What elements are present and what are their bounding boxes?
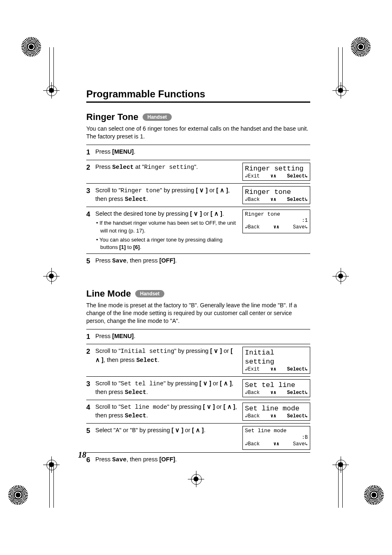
registration-mark-icon bbox=[351, 37, 384, 70]
lcd-softkey-left: ↲Back bbox=[245, 441, 260, 447]
lcd-softkey-left: ↲Exit bbox=[245, 366, 260, 373]
lcd-softkey-left: ↲Back bbox=[245, 197, 260, 203]
lcd-softkey-right: Select↳ bbox=[287, 366, 308, 373]
lcd-softkey-left: ↲Back bbox=[245, 413, 260, 419]
target-icon bbox=[188, 471, 204, 487]
lcd-softkey-right: Select↳ bbox=[287, 390, 308, 396]
lcd-line: Ringer tone bbox=[245, 211, 308, 218]
lcd-arrows-icon: ∨∧ bbox=[270, 366, 276, 373]
lcd-softkey-right: Save↳ bbox=[293, 441, 308, 447]
step-number: 5 bbox=[86, 426, 95, 436]
step-number: 2 bbox=[86, 163, 95, 173]
ringer-intro: You can select one of 6 ringer tones for… bbox=[86, 125, 310, 140]
lcd-softkey-left: ↲Back bbox=[245, 390, 260, 396]
target-icon bbox=[43, 456, 60, 473]
step-note: • If the handset ringer volume has been … bbox=[100, 219, 238, 234]
lcd-arrows-icon: ∨∧ bbox=[270, 413, 276, 419]
line-mode-title: Line Mode bbox=[86, 288, 131, 299]
step-number: 1 bbox=[86, 147, 95, 157]
lcd-line: Set line mode bbox=[245, 404, 308, 413]
step-text: Press [MENU]. bbox=[95, 147, 310, 156]
step-number: 2 bbox=[86, 347, 95, 357]
step-text: Press Save, then press [OFF]. bbox=[95, 455, 310, 464]
step-row: 2 Press Select at "Ringer setting". Ring… bbox=[86, 160, 310, 183]
step-row: 4 Scroll to "Set line mode" by pressing … bbox=[86, 400, 310, 423]
step-number: 3 bbox=[86, 379, 95, 389]
step-row: 2 Scroll to "Initial setting" by pressin… bbox=[86, 344, 310, 376]
lcd-arrows-icon: ∨∧ bbox=[273, 224, 279, 230]
registration-mark-icon bbox=[8, 485, 41, 518]
lcd-screen: Set line mode ↲Back∨∧Select↳ bbox=[242, 403, 310, 421]
lcd-softkey-right: Save↳ bbox=[293, 224, 308, 230]
step-row: 3 Scroll to "Ringer tone" by pressing [ … bbox=[86, 183, 310, 207]
lcd-screen: Ringer setting ↲Exit∨∧Select↳ bbox=[242, 163, 310, 181]
step-note: • You can also select a ringer tone by p… bbox=[100, 236, 238, 251]
lcd-screen: Ringer tone ↲Back∨∧Select↳ bbox=[242, 186, 310, 204]
target-icon bbox=[332, 456, 349, 473]
lcd-line: Ringer tone bbox=[245, 188, 308, 196]
target-icon bbox=[43, 82, 60, 99]
lcd-softkey-left: ↲Exit bbox=[245, 173, 260, 180]
lcd-line: Set tel line bbox=[245, 381, 308, 389]
step-number: 6 bbox=[86, 455, 95, 465]
lcd-softkey-left: ↲Back bbox=[245, 224, 260, 230]
lcd-line: Initial setting bbox=[245, 348, 308, 366]
lcd-arrows-icon: ∨∧ bbox=[273, 441, 279, 447]
step-text: Press Save, then press [OFF]. bbox=[95, 256, 310, 265]
handset-badge: Handset bbox=[143, 113, 172, 121]
lcd-line: Set line mode bbox=[245, 428, 308, 434]
lcd-screen: Set line mode :B ↲Back∨∧Save↳ bbox=[242, 426, 310, 450]
step-row: 6 Press Save, then press [OFF]. bbox=[86, 452, 310, 467]
step-text: Select "A" or "B" by pressing [ ∨ ] or [… bbox=[95, 426, 242, 435]
step-row: 5 Press Save, then press [OFF]. bbox=[86, 253, 310, 269]
page-content: Programmable Functions Ringer Tone Hands… bbox=[86, 88, 310, 467]
page-number: 18 bbox=[78, 450, 86, 460]
step-text: Press Select at "Ringer setting". bbox=[95, 163, 242, 171]
ringer-tone-title: Ringer Tone bbox=[86, 112, 138, 122]
section-heading: Line Mode Handset bbox=[86, 288, 310, 299]
step-number: 1 bbox=[86, 332, 95, 342]
target-icon bbox=[332, 268, 349, 284]
step-text: Scroll to "Initial setting" by pressing … bbox=[95, 347, 242, 364]
step-text: Scroll to "Set line mode" by pressing [ … bbox=[95, 403, 242, 420]
lcd-softkey-right: Select↳ bbox=[287, 197, 308, 203]
manual-page: Programmable Functions Ringer Tone Hands… bbox=[0, 0, 392, 555]
step-row: 4 Select the desired tone by pressing [ … bbox=[86, 207, 310, 253]
lcd-line: Ringer setting bbox=[245, 164, 308, 173]
lcd-screen: Initial setting ↲Exit∨∧Select↳ bbox=[242, 347, 310, 374]
target-icon bbox=[332, 82, 349, 99]
lcd-value: :B bbox=[245, 435, 308, 441]
step-row: 1 Press [MENU]. bbox=[86, 329, 310, 344]
step-number: 4 bbox=[86, 210, 95, 219]
lcd-arrows-icon: ∨∧ bbox=[270, 390, 276, 396]
step-text: Scroll to "Ringer tone" by pressing [ ∨ … bbox=[95, 186, 242, 204]
registration-mark-icon bbox=[351, 485, 384, 518]
lcd-value: :1 bbox=[245, 218, 308, 224]
page-title: Programmable Functions bbox=[86, 88, 310, 103]
step-number: 5 bbox=[86, 256, 95, 266]
lcd-arrows-icon: ∨∧ bbox=[270, 197, 276, 203]
lcd-arrows-icon: ∨∧ bbox=[270, 173, 276, 180]
step-number: 4 bbox=[86, 403, 95, 412]
target-icon bbox=[43, 268, 60, 284]
lcd-screen: Ringer tone :1 ↲Back∨∧Save↳ bbox=[242, 210, 310, 233]
ringer-steps: 1 Press [MENU]. 2 Press Select at "Ringe… bbox=[86, 145, 310, 269]
step-row: 5 Select "A" or "B" by pressing [ ∨ ] or… bbox=[86, 423, 310, 452]
lcd-screen: Set tel line ↲Back∨∧Select↳ bbox=[242, 379, 310, 397]
step-row: 1 Press [MENU]. bbox=[86, 145, 310, 160]
step-text: Press [MENU]. bbox=[95, 332, 310, 340]
step-number: 3 bbox=[86, 186, 95, 196]
step-row: 3 Scroll to "Set tel line" by pressing [… bbox=[86, 376, 310, 400]
line-steps: 1 Press [MENU]. 2 Scroll to "Initial set… bbox=[86, 329, 310, 468]
lcd-softkey-right: Select↳ bbox=[287, 413, 308, 419]
step-text: Scroll to "Set tel line" by pressing [ ∨… bbox=[95, 379, 242, 397]
section-heading: Ringer Tone Handset bbox=[86, 112, 310, 122]
line-intro: The line mode is preset at the factory t… bbox=[86, 302, 310, 325]
handset-badge: Handset bbox=[135, 290, 164, 297]
step-text: Select the desired tone by pressing [ ∨ … bbox=[95, 210, 242, 251]
lcd-softkey-right: Select↳ bbox=[287, 173, 308, 180]
registration-mark-icon bbox=[8, 37, 41, 70]
